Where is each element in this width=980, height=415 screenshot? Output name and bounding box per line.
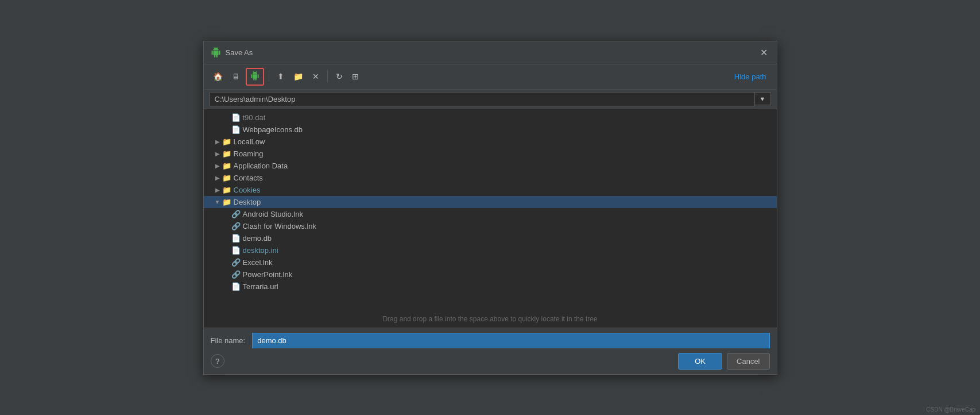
folder-up-button[interactable]: ⬆ bbox=[274, 70, 288, 83]
item-label: WebpageIcons.db bbox=[243, 125, 303, 134]
help-button[interactable]: ? bbox=[211, 354, 224, 368]
list-item[interactable]: ▶ 📁 LocalLow bbox=[204, 136, 777, 148]
ok-button[interactable]: OK bbox=[678, 353, 722, 370]
item-label: Cookies bbox=[234, 186, 261, 194]
path-bar: ▼ bbox=[204, 90, 777, 109]
url-icon: 📄 bbox=[231, 282, 241, 291]
android-button[interactable] bbox=[246, 68, 264, 86]
close-button[interactable]: ✕ bbox=[758, 46, 770, 59]
list-item[interactable]: 📄 demo.db bbox=[204, 232, 777, 244]
item-label: Terraria.url bbox=[243, 282, 278, 291]
list-item[interactable]: ▶ 📁 Contacts bbox=[204, 172, 777, 184]
folder-icon: 📁 bbox=[222, 162, 231, 170]
monitor-button[interactable]: 🖥 bbox=[228, 70, 243, 83]
shortcut-icon: 🔗 bbox=[231, 270, 241, 279]
list-item[interactable]: 🔗 Clash for Windows.lnk bbox=[204, 220, 777, 232]
filename-label: File name: bbox=[211, 336, 246, 345]
bottom-bar: File name: ? OK Cancel bbox=[204, 328, 777, 374]
list-item[interactable]: 📄 WebpageIcons.db bbox=[204, 124, 777, 136]
item-label: t90.dat bbox=[243, 113, 266, 122]
item-label: Clash for Windows.lnk bbox=[243, 222, 317, 230]
item-label: PowerPoint.lnk bbox=[243, 270, 293, 279]
expand-arrow: ▶ bbox=[213, 163, 222, 169]
delete-button[interactable]: ✕ bbox=[309, 70, 323, 83]
drag-hint: Drag and drop a file into the space abov… bbox=[204, 315, 777, 323]
item-label: LocalLow bbox=[234, 137, 265, 146]
home-button[interactable]: 🏠 bbox=[210, 70, 226, 83]
toolbar: 🏠 🖥 ⬆ 📁 ✕ ↻ ⊞ Hide path bbox=[204, 64, 777, 90]
folder-icon: 📁 bbox=[222, 198, 231, 206]
save-as-dialog: Save As ✕ 🏠 🖥 ⬆ 📁 ✕ ↻ ⊞ Hide path ▼ bbox=[203, 41, 777, 375]
config-icon: 📄 bbox=[231, 246, 241, 255]
separator-2 bbox=[327, 71, 328, 82]
titlebar: Save As ✕ bbox=[204, 41, 777, 64]
item-label: Application Data bbox=[234, 162, 288, 170]
cancel-button[interactable]: Cancel bbox=[727, 353, 769, 370]
toolbar-buttons: 🏠 🖥 ⬆ 📁 ✕ ↻ ⊞ bbox=[210, 68, 362, 86]
list-item[interactable]: 🔗 Excel.lnk bbox=[204, 256, 777, 268]
refresh-button[interactable]: ↻ bbox=[332, 70, 346, 83]
button-row: ? OK Cancel bbox=[211, 353, 770, 370]
item-label: Desktop bbox=[234, 198, 261, 206]
shortcut-icon: 🔗 bbox=[231, 210, 241, 218]
file-icon: 📄 bbox=[231, 125, 241, 134]
copy-button[interactable]: ⊞ bbox=[348, 70, 362, 83]
folder-icon: 📁 bbox=[222, 186, 231, 194]
item-label: Contacts bbox=[234, 174, 263, 182]
dialog-title: Save As bbox=[226, 48, 253, 57]
file-icon: 📄 bbox=[231, 113, 241, 122]
folder-icon: 📁 bbox=[222, 174, 231, 182]
titlebar-left: Save As bbox=[211, 47, 253, 57]
list-item[interactable]: ▶ 📁 Roaming bbox=[204, 148, 777, 160]
hide-path-button[interactable]: Hide path bbox=[730, 70, 771, 83]
filename-input[interactable] bbox=[252, 333, 769, 348]
list-item[interactable]: 🔗 PowerPoint.lnk bbox=[204, 268, 777, 280]
list-item[interactable]: 📄 t90.dat bbox=[204, 112, 777, 124]
folder-icon: 📁 bbox=[222, 149, 231, 158]
expand-arrow: ▶ bbox=[213, 151, 222, 157]
list-item[interactable]: 🔗 Android Studio.lnk bbox=[204, 208, 777, 220]
expand-arrow: ▶ bbox=[213, 187, 222, 193]
shortcut-icon: 🔗 bbox=[231, 258, 241, 267]
item-label: demo.db bbox=[243, 234, 272, 243]
separator-1 bbox=[269, 71, 269, 82]
item-label: desktop.ini bbox=[243, 246, 278, 255]
android-title-icon bbox=[211, 47, 221, 57]
list-item[interactable]: 📄 Terraria.url bbox=[204, 280, 777, 293]
expand-arrow: ▶ bbox=[213, 139, 222, 145]
item-label: Roaming bbox=[234, 149, 264, 158]
expand-arrow: ▶ bbox=[213, 175, 222, 181]
path-dropdown-button[interactable]: ▼ bbox=[755, 93, 771, 105]
folder-icon: 📁 bbox=[222, 137, 231, 146]
file-icon: 📄 bbox=[231, 234, 241, 243]
shortcut-icon: 🔗 bbox=[231, 222, 241, 230]
list-item[interactable]: ▼ 📁 Desktop bbox=[204, 196, 777, 208]
item-label: Excel.lnk bbox=[243, 258, 273, 267]
new-folder-button[interactable]: 📁 bbox=[290, 70, 307, 83]
list-item[interactable]: 📄 desktop.ini bbox=[204, 244, 777, 256]
item-label: Android Studio.lnk bbox=[243, 210, 304, 218]
path-input[interactable] bbox=[210, 92, 755, 106]
file-tree-container[interactable]: 📄 t90.dat 📄 WebpageIcons.db ▶ 📁 LocalLow bbox=[204, 109, 777, 328]
watermark: CSDN @BraveCap bbox=[926, 406, 975, 413]
list-item[interactable]: ▶ 📁 Application Data bbox=[204, 160, 777, 172]
action-buttons: OK Cancel bbox=[678, 353, 769, 370]
list-item[interactable]: ▶ 📁 Cookies bbox=[204, 184, 777, 196]
expand-arrow: ▼ bbox=[213, 199, 222, 205]
file-tree: 📄 t90.dat 📄 WebpageIcons.db ▶ 📁 LocalLow bbox=[204, 109, 777, 295]
filename-row: File name: bbox=[211, 333, 770, 348]
